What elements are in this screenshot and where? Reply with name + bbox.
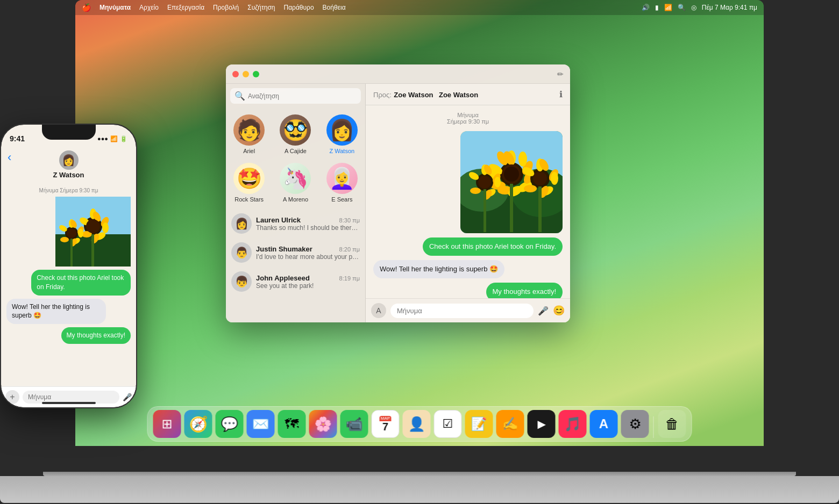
contact-name-amoreno: A Moreno [283, 196, 308, 203]
dock-reminders[interactable]: ☑ [434, 410, 462, 438]
emoji-picker-icon[interactable]: 😊 [553, 305, 565, 316]
dock-mail[interactable]: ✉️ [247, 410, 275, 438]
compose-icon[interactable]: ✏ [557, 70, 564, 78]
message-input[interactable] [390, 304, 534, 318]
dock-notes[interactable]: 📝 [465, 410, 493, 438]
pinned-contact-cajide[interactable]: 🥸 A Cajide [272, 110, 318, 159]
dock-launchpad[interactable]: ⊞ [153, 410, 181, 438]
svg-point-52 [102, 222, 109, 233]
chat-info-icon[interactable]: ℹ [559, 89, 563, 99]
dock-facetime[interactable]: 📹 [340, 410, 368, 438]
dock-appletv[interactable]: ▶ [528, 410, 556, 438]
pinned-contact-ariel[interactable]: 🧑 Ariel [226, 110, 272, 159]
macbook-screen: 🍎 Μηνύματα Αρχείο Επεξεργασία Προβολή Συ… [75, 0, 764, 446]
dock-contacts[interactable]: 👤 [403, 410, 431, 438]
dock-system-settings[interactable]: ⚙ [621, 410, 649, 438]
svg-rect-66 [70, 239, 73, 267]
search-input[interactable] [248, 92, 357, 100]
audio-record-icon[interactable]: 🎤 [538, 306, 549, 316]
dock-messages[interactable]: 💬 [216, 410, 244, 438]
notes-icon: 📝 [471, 416, 487, 431]
convo-info-justin: Justin Shumaker 8:20 πμ I'd love to hear… [256, 245, 360, 261]
wifi-icon[interactable]: 📶 [664, 4, 672, 11]
convo-preview-john: See you at the park! [256, 282, 360, 290]
chat-contact-display: Zoe Watson [439, 91, 478, 99]
avatar-zwatson: 👩 [326, 114, 358, 146]
dock-calendar[interactable]: ΜΑΡ 7 [372, 410, 400, 438]
convo-time-lauren: 8:30 πμ [339, 217, 360, 224]
minimize-button[interactable] [243, 71, 249, 77]
siri-icon[interactable]: ◎ [691, 4, 696, 11]
app-drawer-icon[interactable]: A [371, 303, 386, 318]
dock-music[interactable]: 🎵 [559, 410, 587, 438]
svg-point-27 [494, 177, 501, 188]
search-menu-icon[interactable]: 🔍 [678, 4, 686, 11]
recent-conversations: 👩 Lauren Ulrick 8:30 πμ Thanks so much! … [226, 209, 365, 322]
dock-safari[interactable]: 🧭 [184, 410, 212, 438]
svg-point-54 [86, 219, 100, 233]
iphone-msg-sent-2: My thoughts exactly! [61, 327, 131, 344]
volume-icon[interactable]: 🔊 [642, 4, 650, 11]
chat-panel: Προς: Zoe Watson Zoe Watson ℹ Μήνυμα Σήμ… [366, 84, 570, 322]
msg-sent-1: Check out this photo Ariel took on Frida… [423, 237, 563, 256]
menu-item-messages[interactable]: Μηνύματα [99, 4, 131, 11]
chat-to-label: Προς: [373, 91, 392, 99]
calendar-icon: ΜΑΡ 7 [380, 416, 391, 432]
convo-name-lauren: Lauren Ulrick [256, 216, 301, 224]
apple-logo-icon[interactable]: 🍎 [82, 3, 91, 12]
iphone-back-button[interactable]: ‹ [8, 150, 11, 164]
wifi-icon: 📶 [110, 135, 118, 142]
iphone-messages-app: ‹ 👩 Z Watson Μήνυμα Σήμερα 9:30 πμ [1, 148, 136, 407]
dock-photos[interactable]: 🌸 [309, 410, 337, 438]
iphone-msg-received-1: Wow! Tell her the lighting is superb 🤩 [6, 299, 106, 325]
maps-icon: 🗺 [285, 416, 299, 433]
dock-freeform[interactable]: ✍ [496, 410, 524, 438]
menu-item-conversation[interactable]: Συζήτηση [247, 4, 275, 11]
dock-maps[interactable]: 🗺 [278, 410, 306, 438]
svg-point-39 [533, 171, 547, 185]
datetime-display: Πέμ 7 Μαρ 9:41 πμ [702, 4, 757, 11]
contacts-icon: 👤 [408, 416, 425, 433]
iphone-notch [42, 125, 96, 140]
pinned-contact-rockstars[interactable]: 🤩 Rock Stars [226, 159, 272, 207]
menu-item-file[interactable]: Αρχείο [139, 4, 159, 11]
trash-icon: 🗑 [665, 416, 679, 433]
menu-item-help[interactable]: Βοήθεια [323, 4, 346, 11]
iphone-photo-message [55, 197, 131, 267]
mail-icon: ✉️ [252, 416, 269, 433]
signal-icon: ●●● [97, 135, 108, 142]
menu-item-window[interactable]: Παράθυρο [284, 4, 314, 11]
convo-john-appleseed[interactable]: 👦 John Appleseed 8:19 πμ See you at the … [226, 267, 365, 296]
msg-sent-2: My thoughts exactly! [486, 283, 563, 298]
iphone-chat-messages: Μήνυμα Σήμερα 9:30 πμ [1, 183, 136, 386]
msg-received-1: Wow! Tell her the lighting is superb 🤩 [373, 260, 504, 278]
convo-time-justin: 8:20 πμ [339, 246, 360, 253]
iphone: 9:41 ●●● 📶 🔋 ‹ 👩 Z Watson [0, 124, 137, 408]
dock-trash[interactable]: 🗑 [658, 410, 686, 438]
contact-name-cajide: A Cajide [285, 148, 307, 154]
avatar-amoreno: 🦄 [280, 163, 311, 194]
iphone-home-bar [42, 402, 96, 404]
convo-preview-lauren: Thanks so much! I should be there by 9:0… [256, 224, 360, 232]
close-button[interactable] [232, 71, 239, 77]
iphone-audio-icon[interactable]: 🎤 [123, 393, 132, 401]
iphone-msg-sent-1: Check out this photo Ariel took on Frida… [31, 270, 131, 296]
maximize-button[interactable] [253, 71, 259, 77]
battery-icon: 🔋 [120, 135, 127, 142]
iphone-plus-button[interactable]: + [5, 390, 19, 404]
avatar-lauren: 👩 [231, 213, 252, 234]
contact-name-ariel: Ariel [243, 148, 255, 154]
contact-name-esears: E Sears [331, 196, 352, 203]
contacts-panel: 🔍 🧑 Ariel 🥸 [226, 84, 366, 322]
dock-appstore[interactable]: A [590, 410, 618, 438]
pinned-contact-esears[interactable]: 👩‍🦳 E Sears [319, 159, 365, 207]
pinned-contact-zwatson[interactable]: 👩 Z Watson [319, 110, 365, 159]
sunflower-photo [460, 131, 563, 233]
contact-name-zwatson: Z Watson [329, 148, 354, 154]
menu-item-edit[interactable]: Επεξεργασία [167, 4, 204, 11]
pinned-contact-amoreno[interactable]: 🦄 A Moreno [272, 159, 318, 207]
window-titlebar: ✏ [226, 64, 570, 84]
convo-justin-shumaker[interactable]: 👨 Justin Shumaker 8:20 πμ I'd love to he… [226, 238, 365, 267]
convo-lauren-ulrick[interactable]: 👩 Lauren Ulrick 8:30 πμ Thanks so much! … [226, 209, 365, 238]
menu-item-view[interactable]: Προβολή [213, 4, 239, 11]
